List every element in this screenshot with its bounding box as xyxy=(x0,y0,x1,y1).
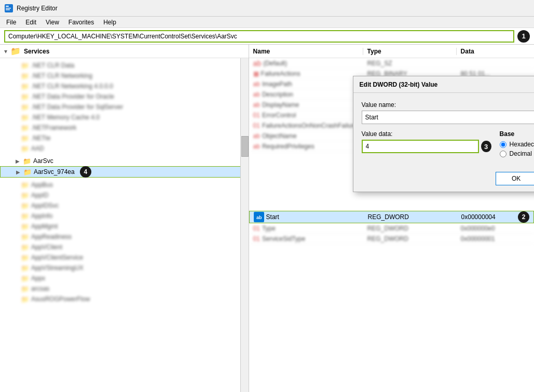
svg-text:ab: ab xyxy=(256,215,262,220)
list-item[interactable]: 📁 AppIDSvc xyxy=(0,200,249,211)
col-type-header: Type xyxy=(363,48,457,55)
list-item[interactable]: 📁 AppVClientService xyxy=(0,252,249,263)
cell-name: 01 FailureActionsOnNonCrashFailures xyxy=(249,122,363,129)
list-item[interactable]: 📁 AppVStreamingUX xyxy=(0,263,249,273)
base-group: Base Hexadecimal Decimal xyxy=(500,130,534,159)
folder-icon: 📁 xyxy=(21,83,29,90)
badge-3: 3 xyxy=(481,141,491,152)
radio-decimal[interactable]: Decimal xyxy=(500,150,534,157)
reg-multi-icon: ab xyxy=(253,143,260,150)
cell-name: ab RequiredPrivileges xyxy=(249,143,363,150)
list-item[interactable]: 📁 AppID xyxy=(0,190,249,200)
dialog-titlebar: Edit DWORD (32-bit) Value ✕ xyxy=(353,76,534,93)
reg-dword-icon: 01 xyxy=(253,225,260,232)
list-item[interactable]: 📁 AAD xyxy=(0,143,249,154)
ok-button[interactable]: OK xyxy=(496,172,534,185)
address-bar: 1 xyxy=(0,28,534,45)
folder-icon: 📁 xyxy=(21,295,29,303)
tree-item-aarsvc[interactable]: ▶ 📁 AarSvc xyxy=(0,156,249,166)
list-item[interactable]: 📁 AppVClient xyxy=(0,242,249,252)
base-legend: Base xyxy=(500,130,515,138)
list-item[interactable]: 📁 arcsas xyxy=(0,283,249,294)
list-item[interactable]: 📁 .NET Data Provider for Oracle xyxy=(0,91,249,102)
table-row[interactable]: 01 Type REG_DWORD 0x000000e0 xyxy=(249,223,534,234)
tree-item-label: .NET Memory Cache 4.0 xyxy=(31,114,100,121)
list-item[interactable]: 📁 .NET CLR Networking xyxy=(0,71,249,81)
folder-icon: 📁 xyxy=(10,46,21,56)
cell-data: 0x000000e0 xyxy=(457,225,534,232)
cell-name: ab ObjectName xyxy=(249,132,363,140)
radio-hexadecimal[interactable]: Hexadecimal xyxy=(500,141,534,148)
folder-icon: 📁 xyxy=(21,181,29,189)
folder-icon: 📁 xyxy=(23,168,32,176)
menu-bar: File Edit View Favorites Help xyxy=(0,17,534,28)
list-item[interactable]: 📁 AppMgmt xyxy=(0,221,249,232)
tree-items-blurred: 📁 .NET CLR Data 📁 .NET CLR Networking 📁 … xyxy=(0,58,249,156)
tree-items-blurred-2: 📁 AppBus 📁 AppID 📁 AppIDSvc 📁 AppInfo 📁 … xyxy=(0,178,249,306)
list-item[interactable]: 📁 AsusROGPowerFlow xyxy=(0,294,249,304)
start-label: Start xyxy=(266,213,279,221)
right-panel-header: Name Type Data xyxy=(249,45,534,58)
list-item[interactable]: 📁 .NETte xyxy=(0,133,249,143)
folder-icon: 📁 xyxy=(21,103,29,111)
list-item[interactable]: 📁 Appx xyxy=(0,273,249,283)
tree-item-label: .NET CLR Networking xyxy=(31,72,92,79)
edit-dword-dialog: Edit DWORD (32-bit) Value ✕ Value name: … xyxy=(353,76,534,192)
menu-help[interactable]: Help xyxy=(99,18,120,27)
list-item[interactable]: 📁 .NET CLR Data xyxy=(0,60,249,71)
radio-hex-label: Hexadecimal xyxy=(510,141,534,148)
value-name-label: Value name: xyxy=(362,101,534,109)
dialog-title: Edit DWORD (32-bit) Value xyxy=(360,81,438,88)
table-row-start[interactable]: ab Start REG_DWORD 0x00000004 2 xyxy=(249,211,534,223)
list-item[interactable]: 📁 .NET CLR Networking 4.0.0.0 xyxy=(0,81,249,91)
reg-dword-icon: 01 xyxy=(253,122,260,129)
svg-rect-3 xyxy=(6,9,10,10)
value-data-label: Value data: xyxy=(362,130,491,138)
reg-sz-icon: ab xyxy=(253,132,260,140)
reg-sz-icon: ab xyxy=(253,91,260,98)
radio-decimal-input[interactable] xyxy=(500,151,506,157)
tree-chevron-icon: ▾ xyxy=(4,48,7,55)
tree-item-label: .NET CLR Data xyxy=(31,62,74,69)
cell-type: REG_SZ xyxy=(363,60,457,67)
chevron-right-icon: ▶ xyxy=(16,158,20,164)
folder-icon: 📁 xyxy=(21,145,29,153)
value-name-input[interactable] xyxy=(362,111,534,124)
cell-name: 01 ServiceSidType xyxy=(249,235,363,242)
list-item[interactable]: 📁 .NETFramework xyxy=(0,123,249,133)
svg-rect-2 xyxy=(6,8,11,9)
tree-scrollbar[interactable] xyxy=(240,58,249,392)
cell-name: ab Description xyxy=(249,91,363,98)
menu-view[interactable]: View xyxy=(42,18,63,27)
table-row[interactable]: ab (Default) REG_SZ xyxy=(249,58,534,69)
folder-icon: 📁 xyxy=(21,114,29,121)
tree-item-aarsvc974[interactable]: ▶ 📁 AarSvc_974ea 4 xyxy=(0,166,249,178)
list-item[interactable]: 📁 .NET Memory Cache 4.0 xyxy=(0,112,249,123)
menu-favorites[interactable]: Favorites xyxy=(64,18,98,27)
reg-binary-icon: ▦ xyxy=(253,70,259,77)
tree-item-label: AppInfo xyxy=(31,212,52,220)
tree-item-label: .NET Data Provider for SqlServer xyxy=(31,103,123,111)
tree-item-label: AarSvc xyxy=(33,157,53,165)
cell-name-start: ab Start xyxy=(250,212,364,222)
cell-type: REG_DWORD xyxy=(363,225,457,232)
address-input[interactable] xyxy=(4,30,514,43)
menu-edit[interactable]: Edit xyxy=(21,18,40,27)
tree-item-label: .NETFramework xyxy=(31,124,76,131)
folder-icon: 📁 xyxy=(21,212,29,220)
list-item[interactable]: 📁 AppReadiness xyxy=(0,232,249,242)
radio-hex-input[interactable] xyxy=(500,141,506,148)
tree-item-label: .NETte xyxy=(31,134,50,142)
scrollbar-thumb[interactable] xyxy=(241,136,249,157)
list-item[interactable]: 📁 AppInfo xyxy=(0,211,249,221)
dialog-right: Base Hexadecimal Decimal xyxy=(500,130,534,159)
value-data-input[interactable] xyxy=(362,140,479,153)
menu-file[interactable]: File xyxy=(2,18,20,27)
cell-name: ab (Default) xyxy=(249,59,363,67)
list-item[interactable]: 📁 .NET Data Provider for SqlServer xyxy=(0,102,249,112)
table-row[interactable]: 01 ServiceSidType REG_DWORD 0x00000001 xyxy=(249,234,534,244)
folder-icon: 📁 xyxy=(21,233,29,241)
list-item[interactable]: 📁 AppBus xyxy=(0,180,249,190)
folder-icon: 📁 xyxy=(21,93,29,101)
folder-icon: 📁 xyxy=(21,285,29,293)
